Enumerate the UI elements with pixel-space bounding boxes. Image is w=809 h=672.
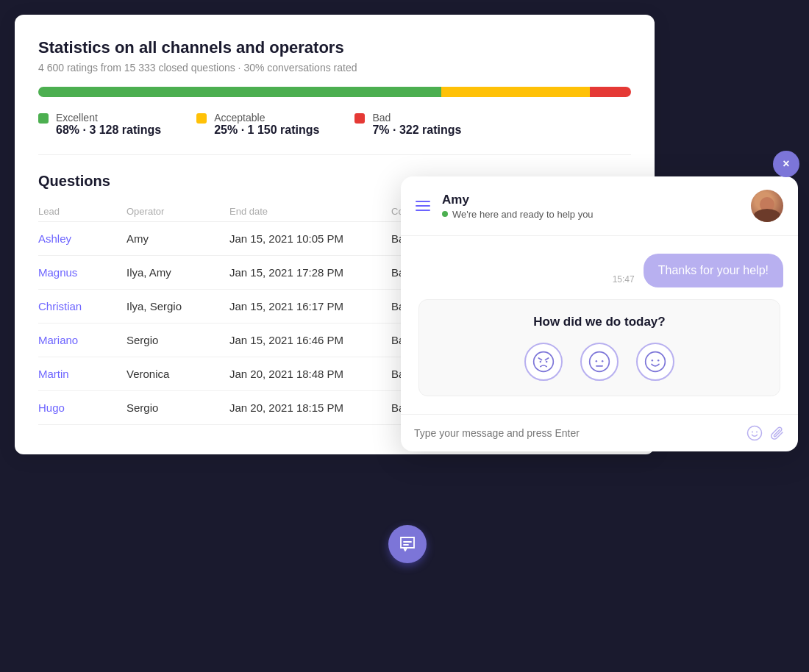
close-button[interactable]: × (773, 151, 799, 177)
operator-name: Sergio (126, 334, 229, 346)
lead-name[interactable]: Magnus (38, 266, 126, 279)
legend-bad: Bad 7% · 322 ratings (354, 112, 461, 137)
chat-input[interactable] (414, 427, 739, 439)
bar-acceptable (441, 87, 590, 97)
message-time: 15:47 (613, 274, 635, 285)
emoji-picker-icon[interactable] (746, 425, 763, 441)
chat-input-area[interactable] (401, 414, 798, 451)
legend-excellent: Excellent 68% · 3 128 ratings (38, 112, 161, 137)
hamburger-menu-icon[interactable] (416, 201, 430, 211)
lead-name[interactable]: Christian (38, 300, 126, 312)
svg-point-0 (534, 352, 554, 372)
online-status-dot (442, 211, 448, 217)
stats-subtitle: 4 600 ratings from 15 333 closed questio… (38, 62, 631, 74)
chat-widget: Amy We're here and ready to help you 15:… (401, 176, 798, 451)
emoji-neutral-button[interactable] (580, 343, 619, 381)
stats-title: Statistics on all channels and operators (38, 38, 631, 57)
svg-point-11 (657, 360, 660, 362)
svg-point-6 (596, 360, 598, 362)
end-date: Jan 20, 2021 18:48 PM (229, 368, 391, 380)
status-text: We're here and ready to help you (452, 209, 594, 220)
rating-bar (38, 87, 631, 97)
legend-acceptable: Acceptable 25% · 1 150 ratings (196, 112, 319, 137)
svg-point-3 (540, 361, 542, 363)
col-operator: Operator (126, 206, 229, 217)
acceptable-dot (196, 113, 207, 124)
lead-name[interactable]: Martin (38, 368, 126, 380)
svg-point-13 (752, 432, 753, 433)
attachment-icon[interactable] (770, 425, 785, 441)
bar-excellent (38, 87, 441, 97)
svg-point-7 (602, 360, 604, 362)
operator-name: Ilya, Sergio (126, 300, 229, 312)
svg-point-5 (590, 352, 610, 372)
svg-point-10 (652, 360, 654, 362)
feedback-card: How did we do today? (418, 299, 780, 396)
operator-name: Veronica (126, 368, 229, 380)
svg-line-1 (538, 358, 541, 360)
chat-header-info: Amy We're here and ready to help you (442, 193, 739, 220)
bar-bad (590, 87, 631, 97)
lead-name[interactable]: Hugo (38, 401, 126, 414)
bad-value: 7% · 322 ratings (372, 124, 461, 137)
excellent-value: 68% · 3 128 ratings (56, 124, 161, 137)
avatar (751, 190, 783, 222)
operator-name: Sergio (126, 401, 229, 414)
svg-point-14 (756, 432, 758, 433)
emoji-row (437, 343, 762, 381)
end-date: Jan 15, 2021 16:46 PM (229, 334, 391, 346)
rating-legend: Excellent 68% · 3 128 ratings Acceptable… (38, 112, 631, 155)
end-date: Jan 15, 2021 16:17 PM (229, 300, 391, 312)
acceptable-value: 25% · 1 150 ratings (214, 124, 319, 137)
bad-label: Bad (372, 112, 461, 124)
chat-launcher-button[interactable] (388, 525, 427, 563)
acceptable-label: Acceptable (214, 112, 319, 124)
feedback-question: How did we do today? (437, 315, 762, 329)
chat-header: Amy We're here and ready to help you (401, 176, 798, 236)
chat-agent-name: Amy (442, 193, 739, 207)
message-row: 15:47 Thanks for your help! (416, 254, 783, 287)
svg-point-4 (546, 361, 548, 363)
svg-line-2 (546, 358, 549, 360)
emoji-angry-button[interactable] (524, 343, 563, 381)
message-bubble: Thanks for your help! (644, 254, 783, 287)
bad-dot (354, 113, 365, 124)
lead-name[interactable]: Ashley (38, 232, 126, 245)
col-enddate: End date (229, 206, 391, 217)
svg-point-9 (646, 352, 666, 372)
end-date: Jan 15, 2021 17:28 PM (229, 266, 391, 279)
excellent-label: Excellent (56, 112, 161, 124)
operator-name: Amy (126, 232, 229, 245)
chat-status: We're here and ready to help you (442, 209, 739, 220)
end-date: Jan 15, 2021 10:05 PM (229, 232, 391, 245)
col-lead: Lead (38, 206, 126, 217)
end-date: Jan 20, 2021 18:15 PM (229, 401, 391, 414)
lead-name[interactable]: Mariano (38, 334, 126, 346)
emoji-happy-button[interactable] (636, 343, 674, 381)
chat-body: 15:47 Thanks for your help! How did we d… (401, 236, 798, 414)
excellent-dot (38, 113, 49, 124)
operator-name: Ilya, Amy (126, 266, 229, 279)
svg-point-12 (748, 426, 762, 440)
